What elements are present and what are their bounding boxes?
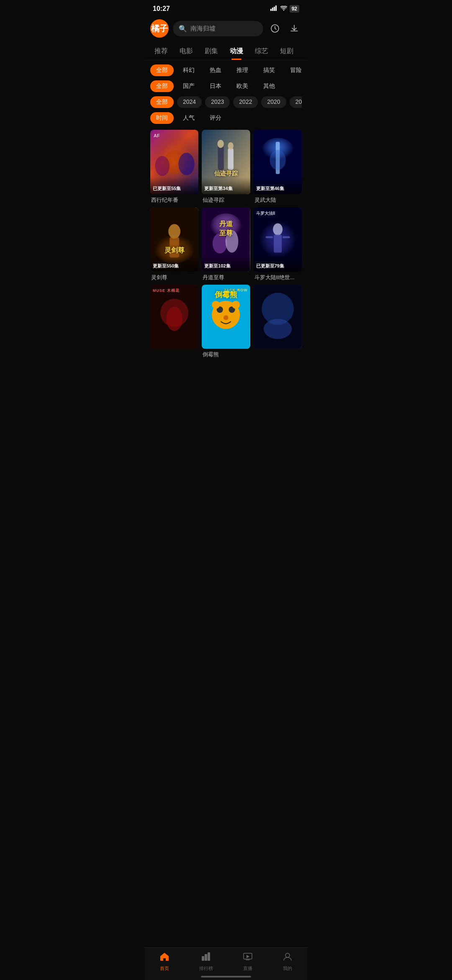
svg-point-40	[212, 301, 220, 309]
history-button[interactable]	[267, 21, 282, 36]
battery-icon: 92	[290, 5, 299, 13]
svg-point-11	[218, 140, 224, 148]
wifi-icon	[280, 6, 287, 12]
svg-point-44	[264, 319, 292, 339]
year-2023[interactable]: 2023	[205, 96, 230, 108]
content-grid: AF 已更新至55集 西行纪年番	[144, 130, 308, 364]
card6-title: 斗罗大陆II绝世...	[254, 274, 302, 281]
status-icons: 92	[270, 5, 299, 13]
svg-point-34	[166, 306, 182, 331]
card-douluoII[interactable]: 斗罗大法II 已更新至79集 斗罗大陆II绝世...	[254, 207, 302, 281]
download-button[interactable]	[287, 21, 302, 36]
card3-badge: 更新至第46集	[254, 177, 302, 194]
filter-section: 全部 科幻 热血 推理 搞笑 冒险 萝莉 校园 全部 国产 日本 欧美 其他 全…	[144, 60, 308, 124]
card2-title: 仙迹寻踪	[202, 196, 250, 204]
svg-point-13	[228, 142, 234, 149]
tab-variety[interactable]: 综艺	[249, 43, 274, 60]
card1-badge: 已更新至55集	[150, 177, 198, 194]
status-bar: 10:27 92	[144, 0, 308, 16]
svg-point-17	[270, 150, 285, 170]
card2-overlay-text: 仙迹寻踪	[202, 170, 250, 177]
card-dandao[interactable]: 丹道 至尊 更新至102集 丹道至尊	[202, 207, 250, 281]
card8-title-text: 倒霉熊	[202, 290, 250, 300]
region-filter-row: 全部 国产 日本 欧美 其他	[150, 80, 302, 92]
genre-mystery[interactable]: 推理	[231, 64, 254, 76]
card5-badge: 更新至102集	[202, 255, 250, 272]
card8-title: 倒霉熊	[202, 351, 250, 358]
card7-logo: MUSE 木棉花	[153, 288, 180, 293]
svg-rect-10	[218, 146, 224, 170]
tab-short[interactable]: 短剧	[274, 43, 299, 60]
card6-logo: 斗罗大法II	[256, 211, 275, 216]
region-other[interactable]: 其他	[257, 80, 281, 92]
card-xianjiexunzong[interactable]: 仙迹寻踪 更新至第34集 仙迹寻踪	[202, 130, 250, 204]
region-all[interactable]: 全部	[150, 80, 174, 92]
signal-icon	[270, 5, 278, 12]
status-time: 10:27	[153, 5, 170, 13]
genre-all[interactable]: 全部	[150, 64, 174, 76]
svg-point-28	[273, 223, 282, 235]
search-text: 南海归墟	[190, 25, 216, 33]
svg-point-20	[168, 224, 180, 239]
card5-title: 丹道至尊	[202, 274, 250, 281]
genre-scifi[interactable]: 科幻	[177, 64, 200, 76]
svg-rect-30	[265, 236, 272, 238]
year-2019[interactable]: 2019	[290, 96, 302, 108]
sort-filter-row: 时间 人气 评分	[150, 112, 302, 124]
search-icon: 🔍	[179, 25, 187, 33]
genre-adventure[interactable]: 冒险	[284, 64, 302, 76]
year-2024[interactable]: 2024	[177, 96, 202, 108]
genre-comedy[interactable]: 搞笑	[257, 64, 281, 76]
svg-rect-31	[282, 236, 290, 238]
nav-tabs: 推荐 电影 剧集 动漫 综艺 短剧	[144, 43, 308, 60]
card-lingwudaliu[interactable]: 更新至第46集 灵武大陆	[254, 130, 302, 204]
svg-rect-29	[274, 234, 282, 252]
sort-score[interactable]: 评分	[204, 112, 227, 124]
card5-top-text2: 至尊	[202, 229, 250, 238]
year-filter-row: 全部 2024 2023 2022 2020 2019 2018	[150, 96, 302, 108]
year-2022[interactable]: 2022	[233, 96, 258, 108]
card-daomeibear[interactable]: JACK ROW 倒霉熊 倒霉熊	[202, 285, 250, 359]
svg-rect-0	[270, 9, 272, 11]
tab-series[interactable]: 剧集	[199, 43, 224, 60]
svg-rect-3	[275, 5, 277, 11]
card-partial1[interactable]: MUSE 木棉花	[150, 285, 198, 359]
sort-time[interactable]: 时间	[150, 112, 174, 124]
svg-rect-12	[228, 148, 234, 170]
card-partial2[interactable]	[254, 285, 302, 359]
svg-point-7	[155, 156, 170, 176]
tab-recommend[interactable]: 推荐	[149, 43, 174, 60]
card-lingjian[interactable]: 灵剑尊 更新至550集 灵剑尊	[150, 207, 198, 281]
app-logo[interactable]: 橘子	[150, 19, 169, 38]
tab-movie[interactable]: 电影	[174, 43, 199, 60]
tab-anime[interactable]: 动漫	[224, 43, 249, 60]
genre-filter-row: 全部 科幻 热血 推理 搞笑 冒险 萝莉 校园	[150, 64, 302, 76]
region-us[interactable]: 欧美	[231, 80, 254, 92]
sort-popular[interactable]: 人气	[177, 112, 200, 124]
header: 橘子 🔍 南海归墟	[144, 16, 308, 43]
region-japan[interactable]: 日本	[204, 80, 227, 92]
card1-title: 西行纪年番	[150, 196, 198, 204]
svg-rect-2	[274, 7, 275, 11]
search-bar[interactable]: 🔍 南海归墟	[173, 21, 263, 36]
svg-rect-1	[272, 8, 273, 11]
card5-top-text: 丹道	[202, 220, 250, 229]
svg-point-41	[232, 301, 240, 309]
card6-badge: 已更新至79集	[254, 255, 302, 272]
year-2020[interactable]: 2020	[261, 96, 286, 108]
card1-logo: AF	[154, 133, 160, 138]
svg-point-8	[178, 153, 194, 175]
card3-title: 灵武大陆	[254, 196, 302, 204]
year-all[interactable]: 全部	[150, 96, 174, 108]
region-china[interactable]: 国产	[177, 80, 200, 92]
card4-badge: 更新至550集	[150, 255, 198, 272]
genre-action[interactable]: 热血	[204, 64, 227, 76]
card4-title: 灵剑尊	[150, 274, 198, 281]
svg-point-39	[223, 315, 229, 320]
card2-badge: 更新至第34集	[202, 177, 250, 194]
card-xixingjinianfan[interactable]: AF 已更新至55集 西行纪年番	[150, 130, 198, 204]
card4-overlay-text: 灵剑尊	[150, 246, 198, 255]
